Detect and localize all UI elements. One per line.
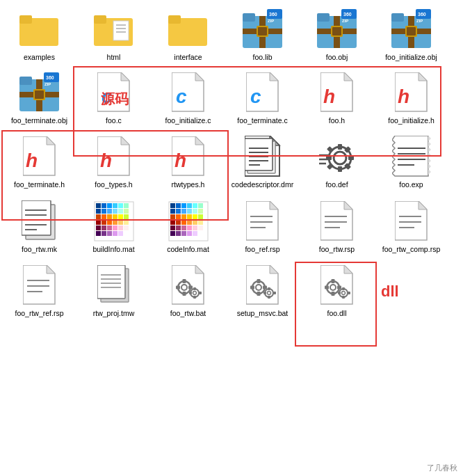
file-foo-rtw-ref-rsp[interactable]: foo_rtw_ref.rsp bbox=[3, 262, 76, 321]
svg-text:h: h bbox=[26, 150, 38, 171]
file-foo-lib[interactable]: 360 ZIP foo.lib bbox=[226, 6, 299, 65]
file-foo-initialize-h[interactable]: h foo_initialize.h bbox=[375, 69, 448, 128]
svg-rect-120 bbox=[101, 214, 106, 219]
file-codeinfo-mat[interactable]: codeInfo.mat bbox=[152, 198, 225, 257]
svg-rect-34 bbox=[407, 27, 416, 35]
svg-rect-162 bbox=[170, 220, 175, 225]
annotation-dll: dll bbox=[381, 283, 399, 301]
svg-rect-141 bbox=[118, 231, 123, 236]
file-foo-def[interactable]: foo.def bbox=[300, 133, 373, 192]
svg-rect-201 bbox=[97, 265, 125, 299]
svg-rect-164 bbox=[181, 220, 186, 225]
file-foo-terminate-c[interactable]: c foo_terminate.c bbox=[226, 69, 299, 128]
svg-text:h: h bbox=[174, 150, 186, 171]
file-foo-rtw-rsp-label: foo_rtw.rsp bbox=[319, 245, 355, 254]
svg-text:ZIP: ZIP bbox=[44, 82, 51, 86]
svg-point-81 bbox=[334, 152, 346, 164]
file-foo-exp[interactable]: foo.exp bbox=[375, 133, 448, 192]
svg-rect-216 bbox=[193, 287, 196, 290]
file-rtw-proj-tmw[interactable]: rtw_proj.tmw bbox=[77, 262, 150, 321]
svg-rect-169 bbox=[176, 225, 181, 230]
svg-rect-147 bbox=[187, 203, 192, 208]
svg-marker-54 bbox=[270, 72, 278, 81]
svg-rect-167 bbox=[198, 220, 203, 225]
svg-rect-88 bbox=[327, 163, 334, 170]
file-buildinfo-mat[interactable]: buildInfo.mat bbox=[77, 198, 150, 257]
svg-text:360: 360 bbox=[418, 12, 426, 17]
svg-rect-163 bbox=[176, 220, 181, 225]
svg-text:h: h bbox=[100, 150, 112, 171]
svg-rect-210 bbox=[182, 279, 186, 283]
svg-rect-112 bbox=[124, 203, 129, 208]
svg-rect-10 bbox=[168, 15, 181, 24]
svg-rect-134 bbox=[113, 225, 117, 230]
svg-rect-144 bbox=[170, 203, 175, 208]
file-html[interactable]: html bbox=[77, 6, 150, 65]
svg-rect-233 bbox=[273, 292, 276, 294]
svg-marker-235 bbox=[344, 265, 352, 273]
file-foo-h-label: foo.h bbox=[329, 116, 345, 125]
file-foo-terminate-h[interactable]: h foo_terminate.h bbox=[3, 133, 76, 192]
file-foo-ref-rsp[interactable]: foo_ref.rsp bbox=[226, 198, 299, 257]
svg-rect-127 bbox=[107, 220, 112, 225]
svg-rect-43 bbox=[35, 90, 44, 99]
svg-rect-132 bbox=[101, 225, 106, 230]
svg-rect-30 bbox=[391, 13, 404, 22]
file-foo-rtw-comp-rsp[interactable]: foo_rtw_comp.rsp bbox=[375, 198, 448, 257]
file-foo-initialize-c[interactable]: c foo_initialize.c bbox=[152, 69, 225, 128]
svg-rect-136 bbox=[124, 225, 129, 230]
file-foo-rtw-comp-rsp-label: foo_rtw_comp.rsp bbox=[382, 245, 440, 254]
svg-rect-82 bbox=[338, 144, 342, 150]
svg-marker-207 bbox=[195, 265, 204, 273]
svg-rect-161 bbox=[198, 214, 203, 219]
file-foo-obj[interactable]: 360 ZIP foo.obj bbox=[300, 6, 373, 65]
svg-rect-117 bbox=[118, 209, 123, 214]
svg-rect-232 bbox=[263, 292, 266, 294]
file-codedescriptor-dmr-label: codedescriptor.dmr bbox=[232, 180, 293, 189]
file-foo-dll[interactable]: foo.dll bbox=[300, 262, 373, 321]
svg-rect-171 bbox=[187, 225, 192, 230]
file-foo-h[interactable]: h foo.h bbox=[300, 69, 373, 128]
svg-rect-168 bbox=[170, 225, 175, 230]
watermark: 了几春秋 bbox=[427, 463, 457, 473]
file-setup-msvc-bat[interactable]: setup_msvc.bat bbox=[226, 262, 299, 321]
file-codedescriptor-dmr[interactable]: codedescriptor.dmr bbox=[226, 133, 299, 192]
svg-rect-159 bbox=[187, 214, 192, 219]
svg-rect-211 bbox=[182, 292, 186, 296]
file-foo-ref-rsp-label: foo_ref.rsp bbox=[245, 245, 279, 254]
file-foo-rtw-mk-label: foo_rtw.mk bbox=[22, 245, 57, 254]
svg-rect-5 bbox=[113, 21, 129, 40]
svg-rect-175 bbox=[176, 231, 181, 236]
svg-rect-156 bbox=[170, 214, 175, 219]
svg-rect-160 bbox=[193, 214, 197, 219]
svg-rect-157 bbox=[176, 214, 181, 219]
file-rtwtypes-h-label: rtwtypes.h bbox=[172, 180, 205, 189]
file-foo-initialize-obj[interactable]: 360 ZIP foo_initialize.obj bbox=[375, 6, 448, 65]
file-rtwtypes-h[interactable]: h rtwtypes.h bbox=[152, 133, 225, 192]
svg-rect-212 bbox=[176, 286, 180, 289]
file-foo-rtw-mk[interactable]: foo_rtw.mk bbox=[3, 198, 76, 257]
svg-rect-177 bbox=[187, 231, 192, 236]
svg-rect-153 bbox=[187, 209, 192, 214]
file-foo-obj-label: foo.obj bbox=[326, 53, 348, 62]
svg-rect-125 bbox=[96, 220, 101, 225]
file-foo-rtw-bat[interactable]: foo_rtw.bat bbox=[152, 262, 225, 321]
file-interface[interactable]: interface bbox=[152, 6, 225, 65]
svg-marker-191 bbox=[419, 201, 427, 209]
file-foo-rtw-rsp[interactable]: foo_rtw.rsp bbox=[300, 198, 373, 257]
file-foo-terminate-obj[interactable]: 360 ZIP foo_terminate.obj bbox=[3, 69, 76, 128]
svg-marker-66 bbox=[121, 136, 129, 145]
svg-rect-137 bbox=[96, 231, 101, 236]
file-foo-terminate-h-label: foo_terminate.h bbox=[14, 180, 65, 189]
svg-rect-145 bbox=[176, 203, 181, 208]
svg-rect-118 bbox=[124, 209, 129, 214]
svg-rect-109 bbox=[107, 203, 112, 208]
svg-rect-227 bbox=[263, 286, 267, 289]
svg-marker-221 bbox=[270, 265, 278, 273]
file-foo-types-h[interactable]: h foo_types.h bbox=[77, 133, 150, 192]
svg-rect-170 bbox=[181, 225, 186, 230]
svg-marker-94 bbox=[428, 136, 431, 176]
svg-rect-21 bbox=[317, 13, 330, 22]
svg-marker-63 bbox=[47, 136, 55, 145]
file-examples[interactable]: examples bbox=[3, 6, 76, 65]
